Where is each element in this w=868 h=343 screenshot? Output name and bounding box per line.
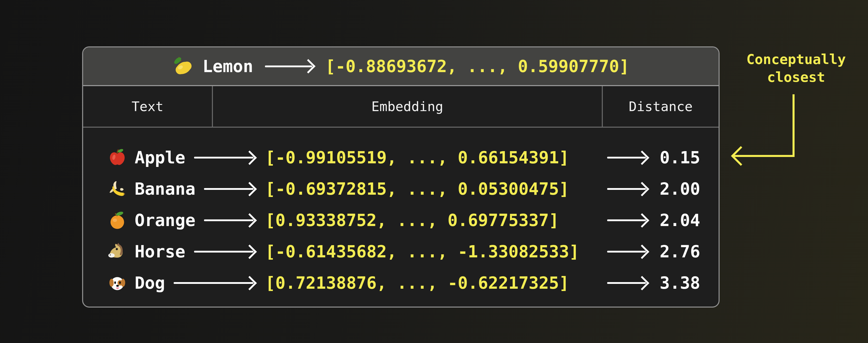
banana-icon — [107, 179, 127, 199]
table-row-horse: Horse [-0.61435682, ..., -1.33082533] 2.… — [83, 236, 719, 267]
row-embedding: [-0.99105519, ..., 0.66154391] — [265, 148, 603, 167]
query-label: Lemon — [203, 57, 253, 76]
arrow-right-icon — [194, 251, 253, 252]
row-distance: 2.04 — [658, 210, 703, 230]
arrow-right-icon — [607, 188, 646, 190]
row-text: Horse — [135, 242, 185, 262]
row-text: Orange — [135, 210, 195, 230]
row-embedding: [-0.61435682, ..., -1.33082533] — [265, 242, 603, 262]
horse-icon — [107, 242, 127, 262]
arrow-right-icon — [607, 157, 646, 159]
arrow-right-icon — [194, 157, 253, 159]
embedding-card: Lemon [-0.88693672, ..., 0.59907770] Tex… — [82, 46, 720, 308]
arrow-right-icon — [265, 66, 312, 67]
table-row-apple: Apple [-0.99105519, ..., 0.66154391] 0.1… — [83, 142, 719, 173]
row-text: Dog — [135, 273, 165, 293]
table-row-orange: Orange [0.93338752, ..., 0.69775337] 2.0… — [83, 205, 719, 236]
row-distance: 2.00 — [658, 179, 703, 199]
arrow-right-icon — [174, 282, 253, 284]
column-header-text: Text — [83, 86, 212, 127]
table-row-banana: Banana [-0.69372815, ..., 0.05300475] 2.… — [83, 173, 719, 205]
table-header-row: Text Embedding Distance — [83, 86, 719, 128]
table-row-dog: Dog [0.72138876, ..., -0.62217325] 3.38 — [83, 267, 719, 299]
arrow-right-icon — [607, 219, 646, 221]
row-embedding: [0.93338752, ..., 0.69775337] — [265, 210, 603, 230]
row-text: Banana — [135, 179, 195, 199]
row-text: Apple — [135, 148, 185, 167]
query-embedding: [-0.88693672, ..., 0.59907770] — [326, 57, 629, 76]
arrow-right-icon — [204, 219, 253, 221]
row-distance: 0.15 — [658, 148, 703, 167]
row-distance: 3.38 — [658, 273, 703, 293]
annotation-arrow-icon — [727, 92, 801, 168]
arrow-right-icon — [607, 251, 646, 252]
apple-icon — [107, 148, 127, 167]
canvas: Lemon [-0.88693672, ..., 0.59907770] Tex… — [0, 0, 868, 343]
query-header: Lemon [-0.88693672, ..., 0.59907770] — [83, 47, 719, 86]
row-distance: 2.76 — [658, 242, 703, 262]
dog-icon — [107, 273, 127, 293]
column-header-embedding: Embedding — [212, 86, 602, 127]
table-body: Apple [-0.99105519, ..., 0.66154391] 0.1… — [83, 128, 719, 299]
lemon-icon — [173, 55, 195, 77]
row-embedding: [0.72138876, ..., -0.62217325] — [265, 273, 603, 293]
column-header-distance: Distance — [602, 86, 719, 127]
annotation-label: Conceptually closest — [732, 50, 860, 86]
arrow-right-icon — [607, 282, 646, 284]
row-embedding: [-0.69372815, ..., 0.05300475] — [265, 179, 603, 199]
orange-icon — [107, 211, 127, 230]
arrow-right-icon — [204, 188, 253, 190]
